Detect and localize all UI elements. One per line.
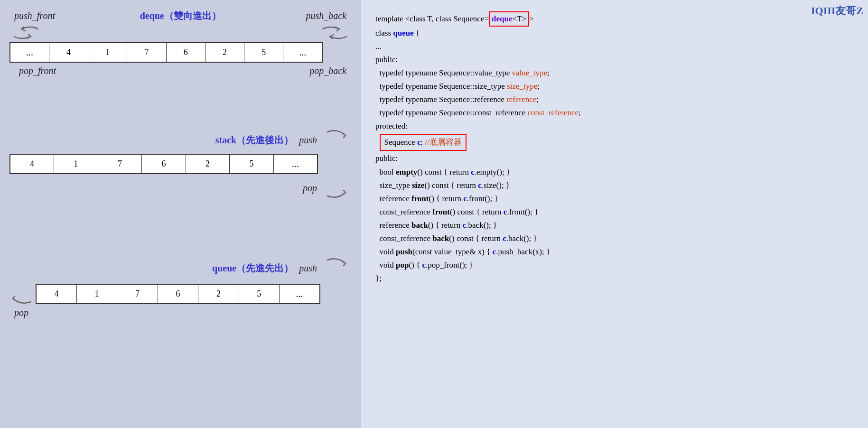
deque-cell-dots2: ... [283,43,322,62]
code-line-7: typedef typename Sequence::reference ref… [375,93,854,106]
stack-cell-6: 6 [142,154,186,174]
c-ref-8: c [422,261,426,270]
queue-cell-1: 1 [76,284,117,304]
queue-pop-label: pop [14,307,28,318]
deque-title: deque（雙向進出） [140,9,221,22]
stack-title: stack（先進後出） [215,134,293,147]
left-panel: push_front deque（雙向進出） push_back ... 4 1… [0,0,361,428]
pop-back-label: pop_back [309,65,346,76]
deque-cell-5: 5 [244,43,283,62]
deque-cell-4: 4 [49,43,88,62]
code-line-14: reference front() { return c.front(); } [375,192,854,205]
stack-cell-4: 4 [10,154,54,174]
size-type-colored: size_type [507,82,537,91]
code-line-17: const_reference back() const { return c.… [375,232,854,245]
right-panel: IQIII友哥Z template <class T, class Sequen… [361,0,868,428]
stack-cell-2: 2 [186,154,230,174]
push-back-label: push_back [306,10,346,21]
code-line-19: void pop() { c.pop_front(); } [375,259,854,272]
logo: IQIII友哥Z [811,2,863,19]
code-template-keyword: template <class T, class Sequence= [375,14,489,23]
stack-cell-7: 7 [98,154,142,174]
queue-table: 4 1 7 6 2 5 ... [36,284,320,304]
stack-section: stack（先進後出） push 4 1 7 6 2 5 ... pop [9,128,351,200]
queue-cell-5: 5 [239,284,279,304]
size-bold: size [412,181,424,190]
c-ref-3: c [463,194,467,203]
empty-bold: empty [396,167,417,177]
arrow-in-left-top [12,24,40,41]
code-line-4: public: [375,53,854,66]
back-bold-2: back [432,234,449,243]
deque-highlighted: deque<T> [489,11,529,27]
code-line-18: void push(const value_type& x) { c.push_… [375,245,854,259]
stack-pop-arrow [323,176,349,200]
queue-keyword: queue [393,28,413,37]
queue-cell-6: 6 [158,284,198,304]
deque-cell-1: 1 [88,43,127,62]
arrow-in-right-top [320,24,349,41]
queue-cell-dots: ... [280,284,320,304]
queue-section: queue（先進先出） push 4 1 7 6 2 5 ... [9,256,351,318]
stack-push-arrow [323,128,349,152]
code-line-2: class queue { [375,27,854,40]
deque-labels-row: push_front deque（雙向進出） push_back [9,9,351,22]
code-line-11: public: [375,152,854,165]
front-bold-2: front [432,207,450,216]
stack-table: 4 1 7 6 2 5 ... [9,154,318,174]
sequence-c-highlighted: Sequence c; //底層容器 [380,134,467,151]
stack-cell-dots: ... [273,154,317,174]
c-ref-6: c [503,234,506,243]
code-line-5: typedef typename Sequence::value_type va… [375,66,854,80]
deque-cell-6: 6 [166,43,205,62]
queue-pop-arrow [9,282,36,306]
stack-cell-5: 5 [230,154,274,174]
queue-push-arrow [323,256,349,280]
queue-push-label: push [299,263,317,274]
queue-cell-4: 4 [36,284,76,304]
deque-table: ... 4 1 7 6 2 5 ... [9,42,323,63]
c-ref-7: c [493,247,496,256]
code-line-13: size_type size() const { return c.size()… [375,179,854,192]
back-bold-1: back [411,221,428,230]
code-display: template <class T, class Sequence=deque<… [375,11,854,285]
stack-push-label: push [299,135,317,146]
deque-section: push_front deque（雙向進出） push_back ... 4 1… [9,9,351,77]
code-line-10: Sequence c; //底層容器 [375,133,854,152]
queue-cell-7: 7 [117,284,158,304]
code-line-1: template <class T, class Sequence=deque<… [375,11,854,27]
queue-title: queue（先進先出） [212,262,293,275]
push-front-label: push_front [14,10,55,21]
code-line-15: const_reference front() const { return c… [375,205,854,219]
code-line-20: }; [375,272,854,285]
code-line-12: bool empty() const { return c.empty(); } [375,166,854,179]
code-line-8: typedef typename Sequence::const_referen… [375,106,854,120]
stack-pop-label: pop [303,183,317,194]
c-ref-2: c [478,181,482,190]
stack-cell-1: 1 [54,154,98,174]
code-line-3: ... [375,40,854,53]
code-line-6: typedef typename Sequence::size_type siz… [375,80,854,93]
queue-cell-2: 2 [198,284,239,304]
code-line-16: reference back() { return c.back(); } [375,219,854,232]
value-type-colored: value_type [512,68,547,77]
c-ref-5: c [463,221,467,230]
reference-colored: reference [506,95,536,104]
const-reference-colored: const_reference [528,108,579,117]
deque-cell-7: 7 [127,43,166,62]
deque-cell-dots1: ... [10,43,49,62]
deque-cell-2: 2 [205,43,244,62]
pop-bold: pop [396,261,409,270]
front-bold-1: front [411,194,429,203]
push-bold: push [396,247,412,256]
pop-front-label: pop_front [14,65,56,76]
c-ref-1: c [471,167,475,177]
c-ref-4: c [504,207,507,216]
code-line-9: protected: [375,120,854,133]
